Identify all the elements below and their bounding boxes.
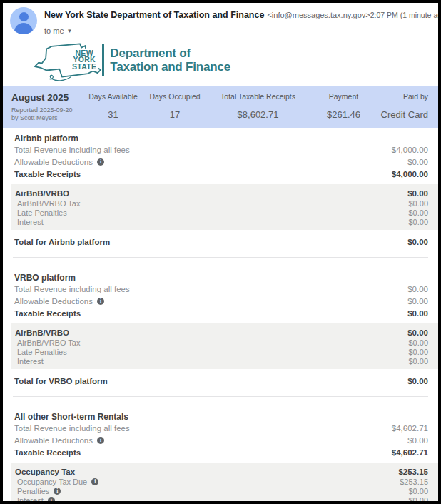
row-label: AirBnB/VRBO Tax <box>17 338 80 347</box>
subtotal-header-row: AirBnB/VRBO$0.00 <box>11 327 428 338</box>
row-amount: $0.00 <box>408 487 428 495</box>
report-row: Allowable Deductionsi$0.00 <box>14 434 428 446</box>
section-title: All other Short-term Rentals <box>14 413 428 422</box>
row-amount: $0.00 <box>407 189 428 198</box>
val-paid-by: Credit Card <box>377 106 428 122</box>
report-row: Taxable Receipts$0.00 <box>14 307 428 319</box>
report-row: AirBnB/VRBO Tax$0.00 <box>11 338 428 347</box>
row-label: Occupancy Tax Duei <box>17 478 98 486</box>
avatar-person-icon <box>14 23 33 34</box>
info-icon[interactable]: i <box>97 298 104 305</box>
row-amount: $0.00 <box>407 328 428 337</box>
row-label: Taxable Receipts <box>14 448 81 457</box>
col-paid-by: Paid by <box>377 92 428 103</box>
report-row: Occupancy Tax Duei$253.15 <box>11 477 428 486</box>
row-label: Allowable Deductionsi <box>14 436 104 445</box>
row-label: Total Revenue including all fees <box>14 285 130 293</box>
to-me-dropdown[interactable]: to me ▼ <box>44 26 72 35</box>
report-row: Allowable Deductionsi$0.00 <box>14 295 428 307</box>
row-label: Allowable Deductionsi <box>14 158 104 166</box>
timestamp: 2:07 PM (1 minute ago) <box>370 11 441 19</box>
row-label: Late Penalties <box>17 348 67 356</box>
row-label: Total Revenue including all fees <box>14 146 130 154</box>
row-label: Interesti <box>17 496 55 504</box>
subtotal-header-row: Occupancy Tax$253.15 <box>11 466 428 477</box>
row-amount: $0.00 <box>407 377 428 385</box>
section-total-row: Total for VRBO platform$0.00 <box>14 375 428 387</box>
summary-values-row: Reported 2025-09-20 by Scott Meyers 31 1… <box>11 106 428 122</box>
nys-wordmark: NEW YORK STATE <box>71 49 98 72</box>
row-amount: $4,602.71 <box>392 448 428 457</box>
row-amount: $0.00 <box>408 218 428 226</box>
col-total-taxable-receipts: Total Taxable Receipts <box>206 92 310 103</box>
report-row: Interest$0.00 <box>11 217 428 226</box>
row-label: Taxable Receipts <box>14 170 81 178</box>
section-divider <box>13 396 428 397</box>
row-label: Occupancy Tax <box>15 468 75 476</box>
report-body: Airbnb platformTotal Revenue including a… <box>3 134 438 504</box>
row-amount: $0.00 <box>408 357 428 366</box>
row-label: Total for VRBO platform <box>14 377 108 385</box>
row-label: Total Revenue including all fees <box>14 424 130 433</box>
row-amount: $4,000.00 <box>392 170 428 178</box>
row-amount: $4,000.00 <box>392 146 428 154</box>
chevron-down-icon: ▼ <box>67 28 73 34</box>
report-row: Allowable Deductionsi$0.00 <box>14 156 428 168</box>
report-period: August 2025 <box>11 92 83 103</box>
nys-dtf-logo: NEW YORK STATE Department of Taxation an… <box>32 39 438 81</box>
row-amount: $0.00 <box>408 348 428 356</box>
report-row: Total Revenue including all fees$0.00 <box>14 283 428 295</box>
report-row: Late Penalties$0.00 <box>11 208 428 217</box>
row-amount: $0.00 <box>407 297 428 306</box>
val-total-taxable-receipts: $8,602.71 <box>206 106 310 122</box>
email-view: New York State Department of Taxation an… <box>0 0 441 504</box>
info-icon[interactable]: i <box>97 437 104 444</box>
info-icon[interactable]: i <box>48 497 55 504</box>
report-row: Taxable Receipts$4,602.71 <box>14 446 428 458</box>
report-row: Interest$0.00 <box>11 356 428 366</box>
report-section: Airbnb platformTotal Revenue including a… <box>14 134 428 248</box>
row-label: Taxable Receipts <box>14 309 81 318</box>
section-total-row: Total for Airbnb platform$0.00 <box>14 236 428 248</box>
department-name: Department of Taxation and Finance <box>110 46 230 74</box>
row-amount: $0.00 <box>408 199 428 208</box>
info-icon[interactable]: i <box>97 158 104 166</box>
row-label: Late Penalties <box>17 208 67 217</box>
row-label: Interest <box>17 218 44 226</box>
report-row: Penaltiesi$0.00 <box>11 486 428 495</box>
row-amount: $0.00 <box>408 496 428 504</box>
report-row: Taxable Receipts$4,000.00 <box>14 168 428 180</box>
row-amount: $0.00 <box>407 309 428 318</box>
row-amount: $0.00 <box>408 208 428 217</box>
row-amount: $253.15 <box>400 478 428 486</box>
col-days-occupied: Days Occupied <box>143 92 206 103</box>
to-me-label: to me <box>44 26 64 35</box>
report-row: Total Revenue including all fees$4,602.7… <box>14 422 428 434</box>
subtotal-block: AirBnB/VRBO$0.00AirBnB/VRBO Tax$0.00Late… <box>11 184 438 230</box>
row-label: Penaltiesi <box>17 487 61 495</box>
report-section: VRBO platformTotal Revenue including all… <box>14 273 428 387</box>
reported-info: Reported 2025-09-20 by Scott Meyers <box>11 106 83 122</box>
subtotal-block: AirBnB/VRBO$0.00AirBnB/VRBO Tax$0.00Late… <box>11 323 438 369</box>
row-amount: $253.15 <box>398 468 428 476</box>
report-row: Late Penalties$0.00 <box>11 347 428 356</box>
val-days-available: 31 <box>83 106 143 122</box>
row-amount: $0.00 <box>407 285 428 293</box>
avatar[interactable] <box>10 7 37 34</box>
info-icon[interactable]: i <box>54 488 61 495</box>
row-amount: $0.00 <box>407 238 428 246</box>
report-summary-strip: August 2025 Days Available Days Occupied… <box>3 86 438 128</box>
report-row: Total Revenue including all fees$4,000.0… <box>14 143 428 156</box>
row-label: Allowable Deductionsi <box>14 297 104 306</box>
logo-lockup: NEW YORK STATE Department of Taxation an… <box>71 44 230 76</box>
info-icon[interactable]: i <box>91 478 98 485</box>
row-amount: $0.00 <box>408 338 428 347</box>
row-label: AirBnB/VRBO <box>15 328 69 337</box>
row-amount: $0.00 <box>407 158 428 166</box>
report-row: AirBnB/VRBO Tax$0.00 <box>11 198 428 208</box>
val-days-occupied: 17 <box>143 106 206 122</box>
message-header-main: New York State Department of Taxation an… <box>37 7 432 35</box>
section-divider <box>13 257 428 258</box>
subtotal-block: Occupancy Tax$253.15Occupancy Tax Duei$2… <box>11 463 438 504</box>
row-label: Interest <box>17 357 44 366</box>
